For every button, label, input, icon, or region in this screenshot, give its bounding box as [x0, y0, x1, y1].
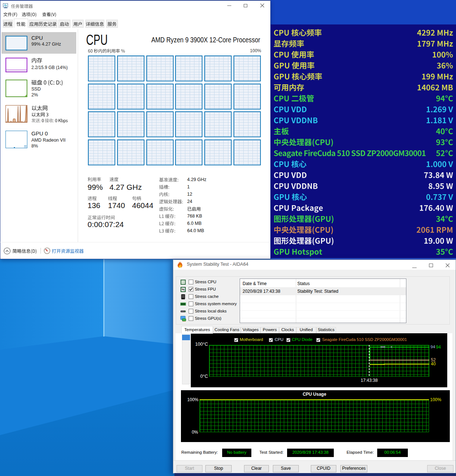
- svg-text:%: %: [182, 288, 185, 291]
